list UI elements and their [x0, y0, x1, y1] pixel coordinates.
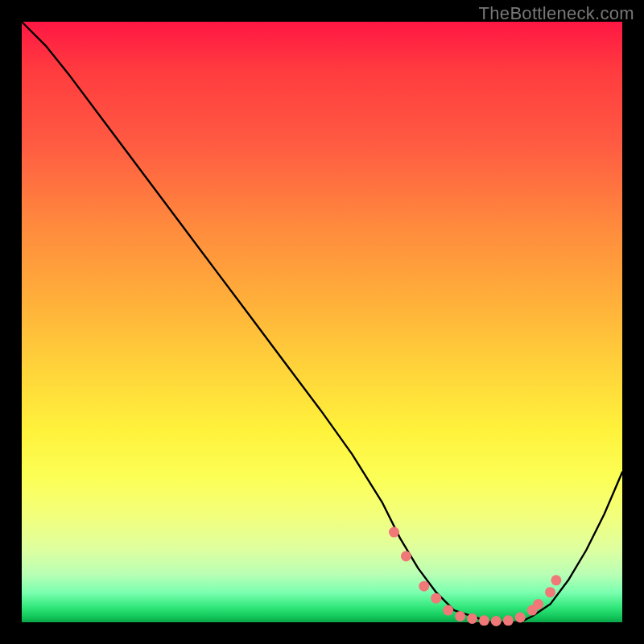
sweet-spot-dot	[467, 613, 477, 624]
plot-area	[22, 22, 622, 622]
sweet-spot-dot	[389, 527, 399, 538]
sweet-spot-dot	[419, 581, 429, 592]
chart-svg	[22, 22, 622, 622]
sweet-spot-dot	[401, 551, 411, 561]
sweet-spot-dot	[431, 593, 441, 604]
sweet-spot-dot	[443, 605, 453, 616]
sweet-spot-dots	[389, 527, 561, 626]
watermark-label: TheBottleneck.com	[479, 3, 634, 24]
sweet-spot-dot	[515, 613, 526, 623]
sweet-spot-dot	[545, 587, 555, 597]
chart-frame: TheBottleneck.com	[0, 0, 644, 644]
sweet-spot-dot	[455, 611, 465, 621]
sweet-spot-dot	[533, 599, 543, 609]
bottleneck-curve	[22, 22, 622, 622]
sweet-spot-dot	[503, 615, 514, 625]
sweet-spot-dot	[479, 615, 489, 625]
sweet-spot-dot	[551, 575, 561, 585]
sweet-spot-dot	[491, 616, 502, 626]
